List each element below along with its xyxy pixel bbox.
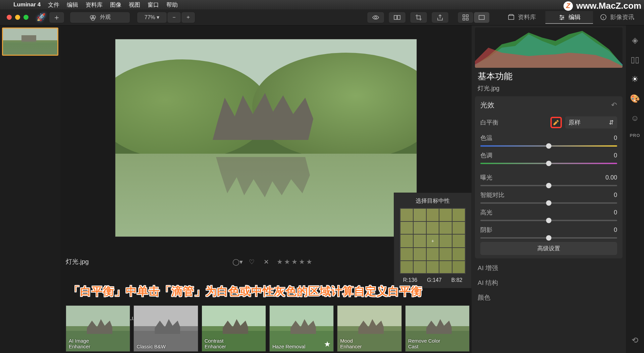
preview-toggle-button[interactable] xyxy=(367,12,384,23)
grid-icon xyxy=(462,14,469,21)
panel-title: 基本功能 xyxy=(472,69,626,84)
tint-slider[interactable] xyxy=(480,163,617,164)
preset-strip: AI Image Enhancer Classic B&W Contrast E… xyxy=(64,303,472,353)
close-window-icon[interactable] xyxy=(7,15,12,20)
looks-icon xyxy=(89,14,97,21)
favorite-icon[interactable]: ♡ xyxy=(247,258,256,266)
wb-mode-select[interactable]: 原样 ⇵ xyxy=(565,116,617,129)
share-button[interactable] xyxy=(431,12,449,23)
svg-rect-7 xyxy=(466,15,468,17)
tab-library[interactable]: 资料库 xyxy=(498,11,545,24)
highlights-slider[interactable] xyxy=(480,220,617,221)
single-view-button[interactable] xyxy=(474,12,490,23)
wb-label: 白平衡 xyxy=(480,118,498,127)
rocket-icon[interactable]: 🚀 xyxy=(37,13,46,22)
neutral-title: 选择目标中性 xyxy=(398,197,467,205)
g-label: G: xyxy=(427,277,433,283)
svg-rect-11 xyxy=(508,15,514,19)
preset-item[interactable]: AI Image Enhancer xyxy=(66,305,130,352)
tab-library-label: 资料库 xyxy=(518,13,536,21)
undo-icon[interactable]: ↶ xyxy=(611,101,617,109)
flag-icon[interactable]: ◯▾ xyxy=(232,258,241,266)
preset-label: AI Image Enhancer xyxy=(69,338,90,350)
zoom-in-button[interactable]: ＋ xyxy=(181,12,195,23)
exposure-value: 0.00 xyxy=(605,174,617,181)
smart-contrast-slider[interactable] xyxy=(480,202,617,204)
preset-item[interactable]: Classic B&W xyxy=(133,305,198,352)
histogram[interactable] xyxy=(475,28,623,68)
svg-point-14 xyxy=(561,18,562,20)
temp-label: 色温 xyxy=(480,134,492,142)
app-name[interactable]: Luminar 4 xyxy=(13,1,41,8)
share-icon xyxy=(436,14,444,21)
neutral-swatch-grid[interactable] xyxy=(400,208,466,274)
temp-slider[interactable] xyxy=(480,145,617,147)
b-label: B: xyxy=(451,277,457,283)
section-light: 光效 ↶ 白平衡 原样 ⇵ 色温0 色调0 曝光0.00 xyxy=(475,96,623,258)
zoom-dropdown[interactable]: 77% ▾ xyxy=(137,12,167,23)
panel-filename: 灯光.jpg xyxy=(472,84,626,96)
svg-rect-8 xyxy=(463,18,465,20)
preset-label: Mood Enhancer xyxy=(340,338,362,350)
eye-icon xyxy=(372,14,379,21)
add-button[interactable]: ＋ xyxy=(49,12,64,23)
menu-help[interactable]: 帮助 xyxy=(166,1,178,9)
section-color[interactable]: 颜色 xyxy=(478,293,620,302)
star-icon: ★ xyxy=(324,340,331,349)
thumbnail-selected[interactable] xyxy=(2,28,58,56)
tab-edit-label: 编辑 xyxy=(569,13,581,21)
smart-contrast-label: 智能对比 xyxy=(480,191,504,199)
instruction-overlay: 「白平衡」中单击「滴管」为白色或中性灰色的区域计算自定义白平衡 xyxy=(69,284,422,299)
looks-button[interactable]: 外观 xyxy=(70,12,130,23)
svg-point-13 xyxy=(562,17,564,18)
grid-view-button[interactable] xyxy=(458,12,474,23)
maximize-window-icon[interactable] xyxy=(23,15,29,20)
advanced-settings-button[interactable]: 高级设置 xyxy=(480,242,617,255)
tab-info[interactable]: 影像资讯 xyxy=(593,11,641,24)
reject-icon[interactable]: ✕ xyxy=(262,258,271,266)
creative-icon[interactable]: 🎨 xyxy=(630,94,640,103)
zoom-out-button[interactable]: − xyxy=(167,12,181,23)
menu-library[interactable]: 资料库 xyxy=(86,1,103,9)
filmstrip-sidebar xyxy=(0,26,60,353)
rating-stars[interactable]: ★★★★★ xyxy=(277,258,314,266)
compare-icon xyxy=(393,14,401,21)
section-ai-structure[interactable]: AI 结构 xyxy=(478,279,620,287)
exposure-slider[interactable] xyxy=(480,185,617,186)
preset-item[interactable]: Mood Enhancer xyxy=(337,305,401,352)
history-icon[interactable]: ⟲ xyxy=(632,336,638,345)
chevron-updown-icon: ⇵ xyxy=(609,119,614,126)
menu-image[interactable]: 图像 xyxy=(110,1,121,9)
single-icon xyxy=(478,14,485,21)
menu-view[interactable]: 视图 xyxy=(129,1,140,9)
preset-item[interactable]: Haze Removal★ xyxy=(269,305,334,352)
highlights-label: 高光 xyxy=(480,208,492,216)
preset-label: Contrast Enhancer xyxy=(205,338,226,350)
menu-file[interactable]: 文件 xyxy=(48,1,59,9)
neutral-target-panel: 选择目标中性 R:136 G:147 B:82 xyxy=(394,193,472,288)
section-ai-enhance[interactable]: AI 增强 xyxy=(478,264,620,272)
info-icon xyxy=(600,13,607,21)
preset-label: Haze Removal xyxy=(272,344,305,349)
compare-button[interactable] xyxy=(388,12,406,23)
shadows-label: 阴影 xyxy=(480,226,492,234)
canvas-tools-icon[interactable]: ▯▯ xyxy=(631,55,639,64)
canvas-image[interactable] xyxy=(115,39,417,237)
tab-info-label: 影像资讯 xyxy=(610,13,634,21)
eyedropper-button[interactable] xyxy=(550,117,562,128)
tab-edit[interactable]: 编辑 xyxy=(545,11,593,24)
minimize-window-icon[interactable] xyxy=(15,15,20,20)
layers-icon[interactable]: ◈ xyxy=(632,36,638,45)
pro-icon[interactable]: PRO xyxy=(630,133,640,138)
crop-button[interactable] xyxy=(410,12,427,23)
essentials-icon[interactable]: ☀ xyxy=(631,74,639,84)
menu-edit[interactable]: 编辑 xyxy=(67,1,78,9)
svg-rect-4 xyxy=(394,15,397,19)
shadows-slider[interactable] xyxy=(480,237,617,239)
menu-window[interactable]: 窗口 xyxy=(148,1,159,9)
image-decoration xyxy=(115,154,417,237)
portrait-icon[interactable]: ☺ xyxy=(631,113,639,123)
preset-item[interactable]: Contrast Enhancer xyxy=(202,305,266,352)
preset-item[interactable]: Remove Color Cast xyxy=(405,305,470,352)
looks-label: 外观 xyxy=(100,14,111,21)
